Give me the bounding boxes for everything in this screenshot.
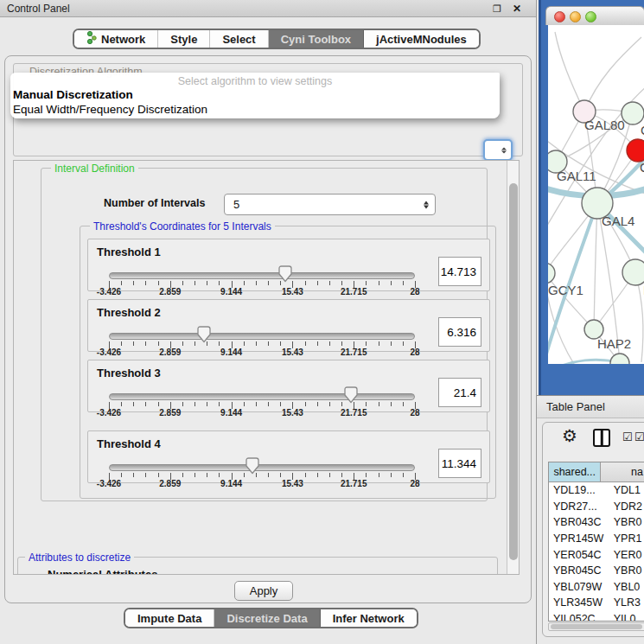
- control-panel: Control Panel ❐ ✕ NetworkStyleSelectCyni…: [0, 0, 536, 644]
- threshold-slider-thumb[interactable]: [197, 326, 211, 343]
- network-view-frame: GAL80G.CGAL11GAL4GCY1HHAP2: [539, 0, 644, 395]
- cell-shared-name[interactable]: YBL079W: [549, 581, 612, 593]
- table-hscrollbar[interactable]: [548, 622, 644, 631]
- checkbox-checked-icon[interactable]: ☑: [622, 430, 633, 443]
- interval-definition-group: Interval Definition Number of Intervals …: [41, 168, 488, 501]
- threshold-slider-thumb[interactable]: [245, 457, 259, 475]
- threshold-slider-track[interactable]: [109, 333, 415, 340]
- threshold-panel-2: Threshold 2-3.4262.8599.14415.4321.71528…: [87, 299, 490, 352]
- node-label: C: [640, 160, 644, 175]
- threshold-slider-track[interactable]: [109, 464, 415, 471]
- tab-impute-data[interactable]: Impute Data: [125, 609, 214, 627]
- table-panel-titlebar: Table Panel: [537, 395, 644, 418]
- table-row[interactable]: YBR045CYBR0: [549, 563, 644, 579]
- threshold-value-field[interactable]: 14.713: [438, 257, 481, 286]
- table-row[interactable]: YIL052CYIL0: [549, 611, 644, 622]
- number-of-intervals-combo[interactable]: 5: [224, 194, 436, 215]
- threshold-value-field[interactable]: 21.4: [438, 378, 481, 407]
- threshold-slider-thumb[interactable]: [278, 265, 292, 283]
- tab-jactivemnodules[interactable]: jActiveMNodules: [364, 30, 479, 48]
- table-row[interactable]: YBR043CYBR0: [549, 514, 644, 531]
- cell-name[interactable]: YBR0: [612, 564, 644, 577]
- algorithm-dropdown-popup: Select algorithm to view settings Manual…: [10, 73, 500, 118]
- cell-shared-name[interactable]: YDR27...: [549, 501, 612, 513]
- cell-name[interactable]: YIL0: [612, 613, 644, 622]
- slider-tick-labels: -3.4262.8599.14415.4321.71528: [109, 348, 415, 358]
- option-equal-width-frequency[interactable]: Equal Width/Frequency Discretization: [13, 103, 207, 116]
- cell-shared-name[interactable]: YER054C: [549, 549, 612, 561]
- tab-style[interactable]: Style: [158, 30, 210, 48]
- cell-shared-name[interactable]: YIL052C: [549, 613, 612, 622]
- cell-shared-name[interactable]: YBR045C: [549, 564, 612, 577]
- network-canvas[interactable]: GAL80G.CGAL11GAL4GCY1HHAP2: [548, 25, 644, 364]
- table-row[interactable]: YDR27...YDR2: [549, 499, 644, 515]
- tab-discretize-data[interactable]: Discretize Data: [214, 609, 320, 627]
- cell-name[interactable]: YER0: [612, 549, 644, 561]
- scrollbar-thumb[interactable]: [509, 183, 518, 560]
- algorithm-combo[interactable]: [483, 139, 513, 161]
- window-zoom-icon[interactable]: [585, 11, 596, 22]
- threshold-slider-track[interactable]: [109, 272, 415, 279]
- column-header-shared-name[interactable]: shared...: [549, 462, 601, 481]
- threshold-label: Threshold 2: [97, 306, 161, 319]
- cell-name[interactable]: YLR3: [612, 596, 644, 609]
- threshold-slider-track[interactable]: [109, 393, 415, 400]
- tab-label: Impute Data: [137, 612, 201, 625]
- attributes-group: Attributes to discretize Numerical Attri…: [17, 557, 498, 575]
- threshold-value-field[interactable]: 6.316: [438, 317, 481, 347]
- cell-shared-name[interactable]: YBR043C: [549, 516, 612, 528]
- network-node[interactable]: [622, 259, 644, 285]
- cell-name[interactable]: YDL1: [612, 484, 644, 496]
- network-window-titlebar: [545, 6, 644, 25]
- column-header-name[interactable]: na: [601, 462, 644, 481]
- table-row[interactable]: YBL079WYBL0: [549, 579, 644, 596]
- tab-infer-network[interactable]: Infer Network: [321, 609, 417, 627]
- network-node[interactable]: [610, 354, 629, 364]
- close-panel-icon[interactable]: ✕: [510, 0, 524, 17]
- cell-shared-name[interactable]: YPR145W: [549, 532, 612, 545]
- cell-shared-name[interactable]: YDL19...: [549, 484, 612, 496]
- slider-tick-labels: -3.4262.8599.14415.4321.71528: [109, 287, 415, 297]
- cell-name[interactable]: YBR0: [612, 516, 644, 528]
- apply-button[interactable]: Apply: [234, 581, 293, 601]
- threshold-slider-thumb[interactable]: [344, 386, 358, 404]
- table-panel-toolbar: ⚙ ☑ ☑: [543, 423, 644, 456]
- table-header-row: shared... na: [549, 462, 644, 482]
- network-icon: [86, 31, 97, 47]
- settings-scrollbar[interactable]: [507, 161, 519, 574]
- thresholds-group-title: Threshold's Coordinates for 5 Intervals: [90, 220, 275, 233]
- float-panel-icon[interactable]: ❐: [490, 0, 504, 17]
- cell-name[interactable]: YBL0: [612, 581, 644, 593]
- tab-cyni-toolbox[interactable]: Cyni Toolbox: [269, 30, 364, 48]
- option-manual-discretization[interactable]: Manual Discretization: [13, 88, 133, 101]
- cell-name[interactable]: YPR1: [612, 532, 644, 545]
- cell-shared-name[interactable]: YLR345W: [549, 596, 612, 609]
- slider-tick-labels: -3.4262.8599.14415.4321.71528: [109, 408, 415, 418]
- table-row[interactable]: YER054CYER0: [549, 546, 644, 563]
- top-tab-bar: NetworkStyleSelectCyni ToolboxjActiveMNo…: [73, 29, 481, 49]
- tab-network[interactable]: Network: [74, 30, 158, 48]
- network-node[interactable]: [548, 263, 555, 284]
- gear-icon[interactable]: ⚙: [562, 425, 577, 446]
- tab-select[interactable]: Select: [210, 30, 268, 48]
- network-node[interactable]: [627, 139, 644, 162]
- number-of-intervals-label: Number of Intervals: [104, 197, 205, 209]
- node-label: GAL11: [557, 169, 596, 183]
- threshold-value-field[interactable]: 11.344: [438, 449, 481, 478]
- cell-name[interactable]: YDR2: [612, 501, 644, 513]
- threshold-panel-3: Threshold 3-3.4262.8599.14415.4321.71528…: [87, 360, 490, 412]
- table-panel-title: Table Panel: [546, 400, 605, 413]
- combo-stepper-icon: [501, 147, 507, 153]
- window-minimize-icon[interactable]: [570, 11, 581, 22]
- window-close-icon[interactable]: [554, 11, 565, 22]
- cyni-toolbox-panel: Discretization Algorithm Table Data galF…: [4, 55, 532, 603]
- table-row[interactable]: YDL19...YDL1: [549, 482, 644, 499]
- node-table[interactable]: shared... na YDL19...YDL1YDR27...YDR2YBR…: [548, 462, 644, 622]
- table-row[interactable]: YPR145WYPR1: [549, 531, 644, 547]
- checkbox-checked-icon[interactable]: ☑: [634, 430, 644, 443]
- tab-label: Cyni Toolbox: [281, 33, 351, 46]
- columns-icon[interactable]: [593, 429, 610, 447]
- table-row[interactable]: YLR345WYLR3: [549, 595, 644, 611]
- hscrollbar-thumb[interactable]: [551, 624, 642, 629]
- network-node[interactable]: [622, 102, 644, 124]
